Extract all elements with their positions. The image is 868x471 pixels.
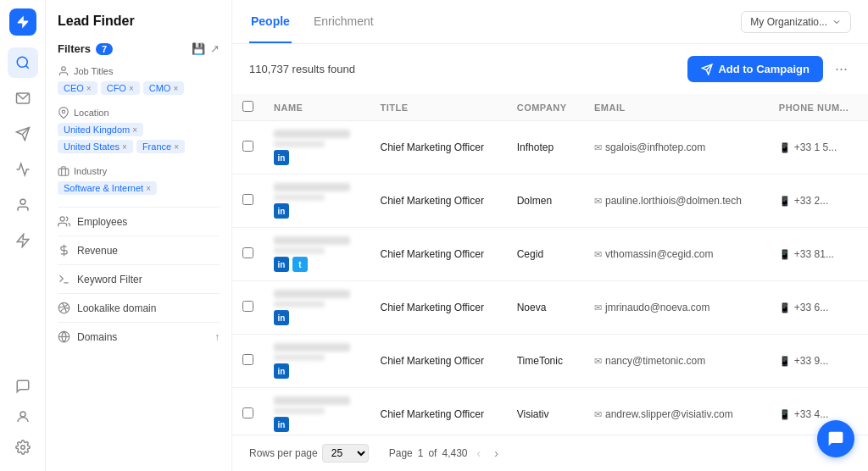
nav-contacts-icon[interactable] bbox=[8, 190, 38, 220]
nav-user-icon[interactable] bbox=[8, 402, 38, 432]
nav-settings-icon[interactable] bbox=[8, 432, 38, 463]
name-blur bbox=[274, 290, 350, 298]
nav-analytics-icon[interactable] bbox=[8, 154, 38, 185]
col-email: EMAIL bbox=[584, 94, 769, 121]
keyword-filter-row[interactable]: Keyword Filter bbox=[58, 264, 220, 293]
row-phone-4: 📱 +33 6... bbox=[769, 281, 868, 335]
col-name: NAME bbox=[264, 94, 370, 121]
employees-filter-row[interactable]: Employees bbox=[58, 207, 220, 236]
row-phone-2: 📱 +33 2... bbox=[769, 175, 868, 228]
domains-export-icon[interactable]: ↑ bbox=[214, 331, 220, 343]
table-row: in Chief Marketing Officer Infhotep ✉ sg… bbox=[232, 121, 868, 175]
rows-per-page: Rows per page 25 50 100 bbox=[249, 444, 369, 463]
row-name-1: in bbox=[264, 121, 370, 175]
tag-cfo[interactable]: CFO × bbox=[101, 81, 140, 95]
chat-bubble-button[interactable] bbox=[817, 420, 854, 457]
select-all-header[interactable] bbox=[232, 94, 264, 121]
job-titles-filter: Job Titles CEO × CFO × CMO × bbox=[58, 65, 220, 95]
org-selector-text: My Organizatio... bbox=[750, 16, 827, 28]
more-options-button[interactable]: ··· bbox=[832, 57, 851, 81]
tag-cmo[interactable]: CMO × bbox=[143, 81, 185, 95]
app-logo[interactable] bbox=[9, 8, 36, 36]
linkedin-icon[interactable]: in bbox=[274, 150, 289, 165]
linkedin-icon[interactable]: in bbox=[274, 363, 289, 379]
tag-ceo[interactable]: CEO × bbox=[58, 81, 97, 95]
row-name-4: in bbox=[264, 281, 370, 335]
svg-rect-11 bbox=[58, 169, 69, 175]
linkedin-icon[interactable]: in bbox=[274, 203, 289, 219]
row-checkbox-4[interactable] bbox=[232, 281, 264, 335]
table-row: in Chief Marketing Officer TimeTonic ✉ n… bbox=[232, 335, 868, 388]
lookalike-filter-row[interactable]: Lookalike domain bbox=[58, 293, 220, 322]
domains-filter-row[interactable]: Domains ↑ bbox=[58, 322, 220, 351]
row-title-6: Chief Marketing Officer bbox=[370, 388, 506, 435]
industry-icon-row: Industry bbox=[58, 165, 220, 177]
col-phone: PHONE NUM... bbox=[769, 94, 868, 121]
tag-us[interactable]: United States × bbox=[58, 140, 133, 153]
row-email-5: ✉ nancy@timetonic.com bbox=[584, 335, 769, 388]
row-title-5: Chief Marketing Officer bbox=[370, 335, 506, 388]
page-of: of bbox=[428, 447, 437, 459]
nav-mail-icon[interactable] bbox=[8, 83, 38, 114]
name-blur-sm bbox=[274, 354, 325, 361]
row-company-6: Visiativ bbox=[507, 388, 584, 435]
save-filter-icon[interactable]: 💾 bbox=[192, 42, 205, 55]
job-titles-icon-row: Job Titles bbox=[58, 65, 220, 77]
keyword-label: Keyword Filter bbox=[77, 274, 142, 285]
row-company-1: Infhotep bbox=[507, 121, 584, 175]
org-selector[interactable]: My Organizatio... bbox=[741, 11, 851, 33]
row-checkbox-2[interactable] bbox=[232, 175, 264, 228]
tab-people[interactable]: People bbox=[249, 1, 292, 43]
prev-page-button[interactable]: ‹ bbox=[472, 445, 485, 462]
top-nav: People Enrichment My Organizatio... bbox=[232, 0, 868, 44]
add-to-campaign-button[interactable]: Add to Campaign bbox=[687, 56, 823, 82]
page-label: Page bbox=[389, 447, 413, 459]
name-blur-sm bbox=[274, 407, 325, 414]
industry-label: Industry bbox=[74, 166, 107, 176]
revenue-filter-row[interactable]: Revenue bbox=[58, 236, 220, 264]
svg-point-8 bbox=[20, 446, 25, 450]
row-email-4: ✉ jmrinaudo@noeva.com bbox=[584, 281, 769, 335]
linkedin-icon[interactable]: in bbox=[274, 417, 289, 432]
name-blur bbox=[274, 236, 350, 245]
rows-per-page-select[interactable]: 25 50 100 bbox=[322, 444, 369, 463]
row-title-3: Chief Marketing Officer bbox=[370, 228, 506, 281]
row-checkbox-5[interactable] bbox=[232, 335, 264, 388]
industry-filter: Industry Software & Internet × bbox=[58, 165, 220, 195]
tag-software[interactable]: Software & Internet × bbox=[58, 181, 157, 195]
export-filter-icon[interactable]: ↗ bbox=[210, 42, 220, 55]
page-navigation: Page 1 of 4,430 ‹ › bbox=[389, 445, 503, 462]
current-page: 1 bbox=[418, 447, 424, 459]
twitter-icon[interactable]: t bbox=[292, 257, 308, 272]
nav-messages-icon[interactable] bbox=[8, 371, 38, 402]
linkedin-icon[interactable]: in bbox=[274, 257, 289, 272]
icon-bar bbox=[0, 0, 46, 471]
revenue-label: Revenue bbox=[77, 245, 118, 257]
linkedin-icon[interactable]: in bbox=[274, 310, 289, 325]
next-page-button[interactable]: › bbox=[490, 445, 503, 462]
row-checkbox-3[interactable] bbox=[232, 228, 264, 281]
row-name-3: in t bbox=[264, 228, 370, 281]
tag-uk[interactable]: United Kingdom × bbox=[58, 123, 143, 136]
row-checkbox-6[interactable] bbox=[232, 388, 264, 435]
select-all-checkbox[interactable] bbox=[242, 101, 253, 112]
nav-search-icon[interactable] bbox=[8, 47, 38, 78]
lookalike-label: Lookalike domain bbox=[77, 302, 156, 314]
filters-actions[interactable]: 💾 ↗ bbox=[192, 42, 220, 55]
industry-tags: Software & Internet × bbox=[58, 181, 220, 195]
tab-enrichment[interactable]: Enrichment bbox=[312, 1, 376, 43]
row-checkbox-1[interactable] bbox=[232, 121, 264, 175]
row-email-3: ✉ vthomassin@cegid.com bbox=[584, 228, 769, 281]
svg-point-7 bbox=[20, 412, 25, 417]
table-area: 110,737 results found Add to Campaign ··… bbox=[232, 44, 868, 471]
tag-france[interactable]: France × bbox=[136, 140, 185, 153]
nav-lightning-icon[interactable] bbox=[8, 225, 38, 256]
nav-send-icon[interactable] bbox=[8, 119, 38, 149]
row-name-5: in bbox=[264, 335, 370, 388]
name-blur bbox=[274, 343, 350, 352]
row-name-2: in bbox=[264, 175, 370, 228]
table-toolbar: 110,737 results found Add to Campaign ··… bbox=[232, 44, 868, 94]
row-email-1: ✉ sgalois@infhotep.com bbox=[584, 121, 769, 175]
filters-header: Filters 7 💾 ↗ bbox=[58, 42, 220, 55]
filters-label: Filters bbox=[58, 42, 91, 55]
